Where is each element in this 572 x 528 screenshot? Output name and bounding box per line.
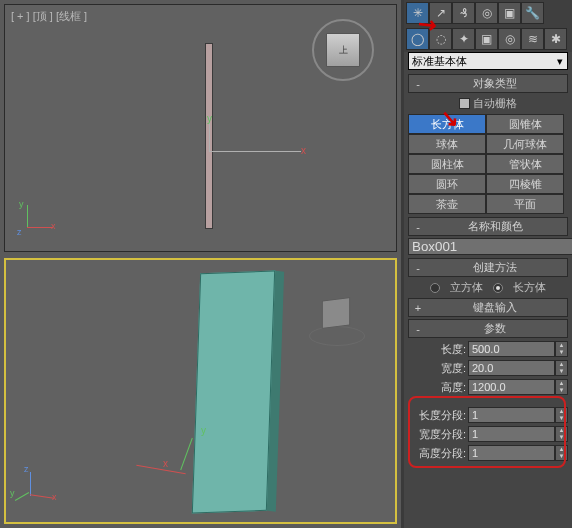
- minus-icon: -: [413, 78, 423, 90]
- axis-y-label: y: [207, 113, 212, 124]
- mini-axis-x2: x: [52, 492, 57, 502]
- prim-geosphere[interactable]: 几何球体: [486, 134, 564, 154]
- length-segs-spinner[interactable]: 1▲▼: [468, 407, 568, 423]
- viewport-top[interactable]: [ + ] [顶 ] [线框 ] 上 y x y x z: [4, 4, 397, 252]
- primitive-button-grid: 长方体 圆锥体 球体 几何球体 圆柱体 管状体 圆环 四棱锥 茶壶 平面: [408, 114, 568, 214]
- annotation-arrow-icon: ↘: [439, 105, 459, 132]
- radio-box-label: 长方体: [513, 280, 546, 295]
- rollout-parameters[interactable]: - 参数: [408, 319, 568, 338]
- radio-cube[interactable]: [430, 283, 440, 293]
- mini-axis-x: x: [51, 221, 56, 231]
- width-segs-spinner[interactable]: 1▲▼: [468, 426, 568, 442]
- helpers-subtab[interactable]: ◎: [498, 28, 521, 50]
- mini-axis-y: y: [19, 199, 24, 209]
- utilities-tab[interactable]: 🔧: [521, 2, 544, 24]
- radio-box[interactable]: [493, 283, 503, 293]
- persp-axis-y: y: [201, 425, 206, 436]
- display-tab[interactable]: ▣: [498, 2, 521, 24]
- viewcube[interactable]: 上: [312, 19, 376, 83]
- plus-icon: +: [413, 302, 423, 314]
- prim-pyramid[interactable]: 四棱锥: [486, 174, 564, 194]
- height-label: 高度:: [408, 380, 466, 395]
- height-segs-label: 高度分段:: [408, 446, 466, 461]
- minus-icon: -: [413, 221, 423, 233]
- hierarchy-tab[interactable]: ₰: [452, 2, 475, 24]
- length-segs-label: 长度分段:: [408, 408, 466, 423]
- length-label: 长度:: [408, 342, 466, 357]
- mini-axis-y2: y: [10, 488, 15, 498]
- axis-x-label: x: [301, 145, 306, 156]
- viewport-top-label: [ + ] [顶 ] [线框 ]: [11, 9, 87, 24]
- mini-axis-z2: z: [24, 464, 29, 474]
- prim-cylinder[interactable]: 圆柱体: [408, 154, 486, 174]
- spacewarp-subtab[interactable]: ≋: [521, 28, 544, 50]
- lights-subtab[interactable]: ✦: [452, 28, 475, 50]
- width-label: 宽度:: [408, 361, 466, 376]
- prim-plane[interactable]: 平面: [486, 194, 564, 214]
- minus-icon: -: [413, 323, 423, 335]
- command-panel: ✳ ↗ ₰ ◎ ▣ 🔧 ◯ ◌ ✦ ▣ ◎ ≋ ✱ 标准基本体 - 对象类型 自…: [404, 0, 572, 528]
- height-segs-spinner[interactable]: 1▲▼: [468, 445, 568, 461]
- viewcube-face[interactable]: 上: [326, 33, 360, 67]
- motion-tab[interactable]: ◎: [475, 2, 498, 24]
- rollout-creation-method[interactable]: - 创建方法: [408, 258, 568, 277]
- rollout-object-type[interactable]: - 对象类型: [408, 74, 568, 93]
- object-name-input[interactable]: [408, 238, 572, 255]
- autogrid-checkbox[interactable]: [459, 98, 470, 109]
- primitive-set-dropdown[interactable]: 标准基本体: [408, 52, 568, 70]
- rollout-name-color[interactable]: - 名称和颜色: [408, 217, 568, 236]
- prim-tube[interactable]: 管状体: [486, 154, 564, 174]
- mini-axis-z: z: [17, 227, 22, 237]
- systems-subtab[interactable]: ✱: [544, 28, 567, 50]
- autogrid-label: 自动栅格: [473, 96, 517, 111]
- minus-icon: -: [413, 262, 423, 274]
- prim-sphere[interactable]: 球体: [408, 134, 486, 154]
- radio-cube-label: 立方体: [450, 280, 483, 295]
- length-spinner[interactable]: 500.0▲▼: [468, 341, 568, 357]
- width-segs-label: 宽度分段:: [408, 427, 466, 442]
- height-spinner[interactable]: 1200.0▲▼: [468, 379, 568, 395]
- width-spinner[interactable]: 20.0▲▼: [468, 360, 568, 376]
- prim-torus[interactable]: 圆环: [408, 174, 486, 194]
- prim-cone[interactable]: 圆锥体: [486, 114, 564, 134]
- cameras-subtab[interactable]: ▣: [475, 28, 498, 50]
- prim-teapot[interactable]: 茶壶: [408, 194, 486, 214]
- persp-axis-x: x: [163, 458, 168, 469]
- viewport-perspective[interactable]: x y z x y: [4, 258, 397, 524]
- viewcube-persp[interactable]: [313, 294, 361, 342]
- persp-box: [192, 271, 275, 514]
- rollout-keyboard-entry[interactable]: + 键盘输入: [408, 298, 568, 317]
